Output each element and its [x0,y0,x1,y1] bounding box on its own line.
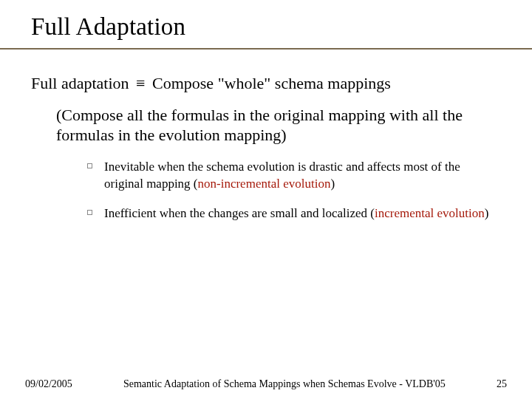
list-item: Inefficient when the changes are small a… [87,205,501,222]
headline-rest: Compose "whole" schema mappings [152,74,391,92]
headline: Full adaptation ≡ Compose "whole" schema… [31,73,501,95]
bullet-post: ) [330,177,335,191]
paren-note: (Compose all the formulas in the origina… [56,105,501,146]
bullet-text: Inevitable when the schema evolution is … [104,159,501,193]
list-item: Inevitable when the schema evolution is … [87,159,501,193]
page-number: 25 [497,378,507,390]
bullet-em: incremental evolution [375,206,485,220]
slide: Full Adaptation Full adaptation ≡ Compos… [0,0,532,399]
bullet-pre: Inefficient when the changes are small a… [104,206,375,220]
title-block: Full Adaptation [0,0,532,41]
slide-title: Full Adaptation [31,13,532,41]
square-bullet-icon [87,210,92,215]
footer-title: Semantic Adaptation of Schema Mappings w… [72,378,497,390]
footer: 09/02/2005 Semantic Adaptation of Schema… [0,378,532,390]
bullet-text: Inefficient when the changes are small a… [104,205,488,222]
headline-lead: Full adaptation [31,74,129,92]
content-area: Full adaptation ≡ Compose "whole" schema… [0,50,532,222]
square-bullet-icon [87,163,92,168]
bullet-em: non-incremental evolution [198,177,331,191]
bullet-list: Inevitable when the schema evolution is … [87,159,501,223]
equiv-icon: ≡ [136,73,145,95]
footer-date: 09/02/2005 [25,378,72,390]
bullet-post: ) [485,206,489,220]
